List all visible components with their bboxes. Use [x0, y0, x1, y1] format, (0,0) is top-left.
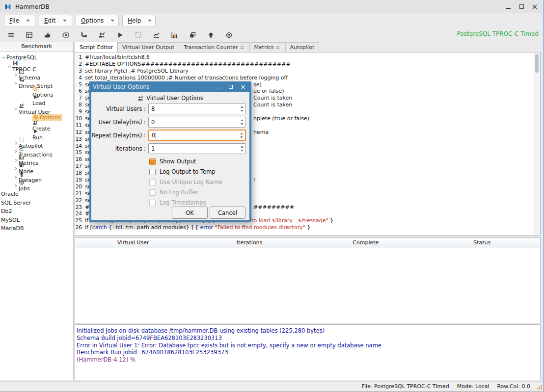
- users-icon: [98, 31, 106, 39]
- tree-item-mysql-19[interactable]: MySQL: [0, 215, 73, 224]
- spinner-up-icon[interactable]: [241, 119, 244, 121]
- minimize-button[interactable]: [505, 3, 512, 10]
- chevron-right-icon[interactable]: [13, 183, 19, 188]
- dialog-close-button[interactable]: [240, 84, 246, 90]
- thumbs-up-button[interactable]: [39, 28, 57, 41]
- dialog-title: Virtual User Options: [93, 83, 149, 90]
- column-header-virtual-user[interactable]: Virtual User: [75, 238, 191, 248]
- gear-icon: [32, 86, 52, 92]
- tree-item-mariadb-20[interactable]: MariaDB: [0, 224, 73, 233]
- tree-item-db2-18[interactable]: Db2: [0, 207, 73, 215]
- mode-icon: [189, 31, 196, 39]
- console-line: Initialized Jobs on-disk database /tmp/h…: [77, 327, 540, 335]
- tab-label: Script Editor: [80, 44, 113, 51]
- spinner-up-icon[interactable]: [241, 106, 244, 108]
- user-delay-ms-input[interactable]: 0: [148, 117, 246, 128]
- chevron-right-icon[interactable]: [13, 72, 19, 78]
- code-tail: hema: [253, 129, 269, 136]
- checkbox-show-output[interactable]: Show Output: [149, 158, 249, 165]
- line-number: 23: [75, 204, 84, 211]
- cancel-button[interactable]: Cancel: [210, 207, 245, 219]
- benchmark-tree: PostgreSQLTPROC-CSchemaDriver ScriptOpti…: [0, 52, 73, 233]
- datagen-button[interactable]: [202, 28, 220, 41]
- column-header-status[interactable]: Status: [424, 238, 540, 248]
- tree-item-sql-server-17[interactable]: SQL Server: [0, 199, 73, 207]
- line-number: 11: [75, 122, 84, 129]
- tree-item-virtual-user-6[interactable]: Virtual User: [0, 105, 73, 113]
- console-prompt: (HammerDB-4.12) %: [77, 356, 540, 364]
- line-number: 21: [75, 190, 84, 197]
- script-button[interactable]: [75, 28, 93, 41]
- chevron-right-icon[interactable]: [13, 175, 19, 180]
- play-button[interactable]: [111, 28, 130, 41]
- autopilot-button[interactable]: [130, 28, 148, 41]
- ok-button[interactable]: OK: [172, 207, 208, 219]
- scrollbar-thumb[interactable]: [535, 54, 539, 73]
- checkbox-log-output-to-temp[interactable]: Log Output to Temp: [149, 168, 249, 175]
- spinner-up-icon[interactable]: [240, 132, 243, 134]
- chevron-right-icon[interactable]: [13, 140, 19, 146]
- editor-scrollbar[interactable]: [534, 53, 540, 235]
- iterations-input[interactable]: 1: [148, 143, 246, 154]
- tree-item-oracle-16[interactable]: Oracle: [0, 190, 73, 198]
- resize-grip-icon[interactable]: [537, 384, 543, 391]
- checkbox-box: [149, 189, 156, 196]
- clear-button[interactable]: [57, 28, 75, 41]
- jobs-button[interactable]: [220, 28, 239, 41]
- table-button[interactable]: [21, 28, 39, 41]
- line-number: 20: [75, 183, 84, 190]
- tree-item-datagen-14[interactable]: Datagen: [0, 173, 73, 181]
- spinner-down-icon[interactable]: [240, 136, 243, 138]
- repeat-delay-ms-input[interactable]: 0: [148, 130, 246, 141]
- chevron-right-icon[interactable]: [13, 157, 19, 163]
- line-number: 18: [75, 170, 84, 177]
- chevron-down-icon[interactable]: [7, 64, 12, 69]
- jobs-icon: [225, 31, 233, 39]
- spinner-down-icon[interactable]: [241, 123, 244, 125]
- virtual-users-input[interactable]: 8: [148, 104, 246, 114]
- tree-item-metrics-12[interactable]: Metrics: [0, 156, 73, 164]
- menu-edit-button[interactable]: Edit: [39, 15, 72, 27]
- spinner-down-icon[interactable]: [241, 150, 244, 152]
- dialog-maximize-button[interactable]: [228, 84, 234, 90]
- dialog-titlebar[interactable]: Virtual User Options: [91, 81, 249, 92]
- dialog-minimize-button[interactable]: [216, 84, 221, 90]
- chevron-down-icon[interactable]: [13, 106, 19, 112]
- field-value: 1: [151, 145, 155, 152]
- spinner-up-icon[interactable]: [241, 146, 244, 148]
- spinner-down-icon[interactable]: [241, 110, 244, 112]
- users-button[interactable]: [93, 28, 111, 41]
- mode-button[interactable]: [184, 28, 202, 41]
- menu-help-button[interactable]: Help: [122, 15, 156, 27]
- column-header-complete[interactable]: Complete: [308, 238, 424, 248]
- menu-options-button[interactable]: Options: [76, 15, 119, 27]
- metrics-button[interactable]: [166, 28, 184, 41]
- statusbar: File: PostgreSQL TPROC-C Timed Mode: Loc…: [0, 381, 544, 391]
- status-mode: Mode: Local: [457, 383, 490, 390]
- console-line: Schema Build jobid=6749FBEA628103E283230…: [77, 335, 540, 342]
- field-value: 0: [151, 119, 155, 126]
- users-icon: [32, 120, 50, 126]
- tab-script-editor[interactable]: Script Editor: [75, 42, 118, 52]
- column-header-iterations[interactable]: Iterations: [191, 238, 308, 248]
- virtual-user-options-dialog: Virtual User Options Virtual User Option…: [89, 81, 251, 222]
- transactions-button[interactable]: [148, 28, 166, 41]
- chevron-down-icon[interactable]: [13, 80, 19, 86]
- tab-virtual-user-output[interactable]: Virtual User Output: [118, 42, 179, 52]
- checkbox-box[interactable]: [149, 169, 156, 175]
- tree-item-postgresql-0[interactable]: PostgreSQL: [0, 53, 73, 62]
- menubar: FileEditOptionsHelp: [0, 13, 544, 28]
- tab-metrics[interactable]: Metrics: [250, 42, 286, 52]
- console-output[interactable]: Initialized Jobs on-disk database /tmp/h…: [75, 324, 541, 380]
- tab-autopilot[interactable]: Autopilot: [286, 42, 320, 52]
- chevron-right-icon[interactable]: [13, 166, 19, 171]
- maximize-button[interactable]: [518, 3, 525, 10]
- menu-button[interactable]: [2, 28, 21, 41]
- tab-transaction-counter[interactable]: Transaction Counter: [179, 42, 249, 52]
- menu-file-button[interactable]: File: [4, 15, 35, 27]
- close-button[interactable]: [531, 3, 538, 10]
- chevron-right-icon[interactable]: [13, 149, 19, 154]
- script-icon: [80, 31, 87, 39]
- chevron-down-icon[interactable]: [1, 55, 6, 60]
- checkbox-box[interactable]: [149, 158, 156, 165]
